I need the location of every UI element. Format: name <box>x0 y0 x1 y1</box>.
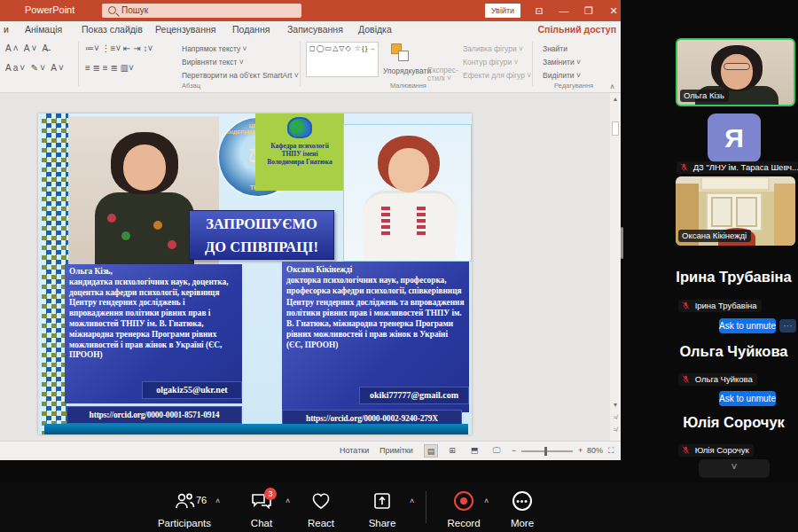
zoom-slider-thumb[interactable] <box>544 447 547 456</box>
restore-button[interactable]: ❐ <box>580 3 598 19</box>
video-tile-oksana-kikinezhdi[interactable]: Оксана Кікінежді <box>676 176 795 246</box>
previous-slide-icon[interactable]: ≉ <box>610 414 621 420</box>
invitation-banner: ЗАПРОШУЄМО ДО СПІВПРАЦІ! <box>189 210 334 260</box>
collapse-ribbon-icon[interactable]: ˄ <box>610 82 614 91</box>
blouse <box>364 191 456 262</box>
find-button[interactable]: Знайти <box>543 44 567 53</box>
align-text-button[interactable]: Вирівняти текст ˅ <box>182 58 244 66</box>
collapse-participants-button[interactable]: ˅ <box>699 459 770 478</box>
cabinet <box>706 192 763 231</box>
sign-in-button[interactable]: Увійти <box>485 4 520 18</box>
select-button[interactable]: Виділити ˅ <box>543 71 581 80</box>
paragraph-align-icons[interactable]: ≡ ≣ ≡ ≣ ▥˅ <box>85 63 134 73</box>
tab-animation[interactable]: Анімація <box>25 24 62 35</box>
avatar-tile-lnu[interactable]: Я <box>708 113 761 162</box>
room-ceiling <box>700 176 770 191</box>
ask-to-unmute-button[interactable]: Ask to unmute <box>719 318 776 333</box>
participant-big-name: Ірина Трубавіна <box>669 269 798 286</box>
zoom-toolbar: 76 ˄ Participants 3 ˄ Chat React ˄ Share… <box>0 482 798 532</box>
text-direction-button[interactable]: Напрямок тексту ˅ <box>182 44 247 53</box>
react-button[interactable]: React <box>290 486 352 530</box>
group-label-drawing: Малювання <box>390 82 426 90</box>
participant-more-button[interactable]: ··· <box>779 319 796 332</box>
ppt-status-bar: Нотатки Примітки ▤ ⊞ ⬒ 🖵 − + 80% ⛶ <box>0 441 621 460</box>
slideshow-icon[interactable]: 🖵 <box>489 444 504 458</box>
orcid-link-olga[interactable]: https://orcid.org/0000-0001-8571-0914 <box>66 406 242 424</box>
heart-icon <box>309 491 332 511</box>
blouse <box>95 192 194 276</box>
tab-slideshow[interactable]: Показ слайдів <box>82 24 143 35</box>
tab-help[interactable]: Довідка <box>358 24 392 35</box>
ribbon-divider <box>78 42 79 86</box>
share-label: Share <box>351 518 413 528</box>
comments-button[interactable]: Примітки <box>379 446 413 455</box>
face <box>721 54 753 90</box>
font-style-icons[interactable]: Aa˅ ✎˅ A˅ <box>5 63 66 73</box>
share-access-button[interactable]: Спільний доступ <box>537 24 616 35</box>
zoom-in-button[interactable]: + <box>578 446 583 455</box>
slide[interactable]: ЦЕНТР ҐЕНДЕРНИХ ДОСЛІДЖЕНЬ ⚖ ТНПУ Кафедр… <box>38 113 472 434</box>
font-size-icons[interactable]: A˄ A˅ A̶ <box>5 43 50 53</box>
tab-view[interactable]: Подання <box>232 24 270 35</box>
close-button[interactable]: ✕ <box>605 3 622 19</box>
embroidery-flower <box>107 214 116 223</box>
next-slide-icon[interactable]: ≉ <box>610 426 621 433</box>
more-label: More <box>491 518 553 528</box>
scroll-down-icon[interactable]: ▼ <box>610 402 621 408</box>
embroidery-stripe <box>417 207 426 237</box>
share-button[interactable]: ˄ Share <box>351 486 413 530</box>
video-tile-olga-kiz[interactable]: Ольга Кізь <box>676 38 795 106</box>
chat-badge: 3 <box>264 488 277 500</box>
more-button[interactable]: ••• More <box>491 486 553 530</box>
dept-logo-text: Кафедра психології ТНПУ імені Володимира… <box>255 142 344 166</box>
participant-name-label: ДЗ "ЛНУ ім. Тараса Шевч... <box>677 161 798 174</box>
smartart-button[interactable]: Перетворити на об'єкт SmartArt ˅ <box>182 71 299 80</box>
shape-effects-button[interactable]: Ефекти для фігур ˅ <box>463 71 531 80</box>
arrange-button[interactable]: Упорядкувати <box>383 66 431 75</box>
paragraph-list-icons[interactable]: ≔˅ ⋮≡˅ ⇤ ⇥ ↕˅ <box>85 43 153 53</box>
embroidery-flower <box>121 231 130 240</box>
slide-sorter-icon[interactable]: ⊞ <box>445 444 459 458</box>
shape-fill-button[interactable]: Заливка фігури ˅ <box>463 44 523 53</box>
face <box>123 145 166 191</box>
normal-view-icon[interactable]: ▤ <box>424 444 438 458</box>
minimize-button[interactable]: — <box>555 3 573 19</box>
tab-review[interactable]: Рецензування <box>155 24 215 35</box>
replace-button[interactable]: Замінити ˅ <box>543 58 581 66</box>
vertical-scrollbar[interactable]: ▲ ▼ ≉ ≉ <box>610 93 621 441</box>
zoom-level[interactable]: 80% <box>587 446 603 455</box>
shape-outline-button[interactable]: Контур фігури ˅ <box>463 58 519 66</box>
tab-partial[interactable]: и <box>4 24 9 35</box>
record-icon <box>454 491 473 511</box>
zoom-out-button[interactable]: − <box>512 446 516 455</box>
chat-button[interactable]: 3 ˄ Chat <box>231 486 293 530</box>
quick-styles-button[interactable]: Експрес-стилі ˅ <box>427 66 456 82</box>
sidebar-scrollbar[interactable] <box>621 227 623 259</box>
ask-to-unmute-button[interactable]: Ask to unmute <box>719 391 776 406</box>
chevron-up-icon[interactable]: ˄ <box>484 497 489 505</box>
chevron-up-icon[interactable]: ˄ <box>215 497 220 505</box>
mic-muted-icon <box>682 301 690 309</box>
fit-slide-icon[interactable]: ⛶ <box>608 446 614 456</box>
embroidery-stripe <box>381 207 390 237</box>
scroll-thumb[interactable] <box>612 121 619 136</box>
scroll-up-icon[interactable]: ▲ <box>610 96 621 102</box>
chevron-up-icon[interactable]: ˄ <box>410 497 414 505</box>
participant-name-label: Ольга Кізь <box>680 90 729 102</box>
tab-recording[interactable]: Записування <box>287 24 343 35</box>
record-button[interactable]: ˄ Record <box>433 486 495 530</box>
search-input[interactable]: Пошук <box>102 4 301 18</box>
ribbon-display-options-icon[interactable]: ⊡ <box>530 3 548 19</box>
participants-button[interactable]: 76 ˄ Participants <box>153 486 215 530</box>
participants-count: 76 <box>196 495 207 505</box>
ribbon-tab-bar: и Анімація Показ слайдів Рецензування По… <box>0 21 621 38</box>
group-label-editing: Редагування <box>554 82 593 90</box>
record-label: Record <box>433 518 495 528</box>
reading-view-icon[interactable]: ⬒ <box>467 444 481 458</box>
email-olga: olgakiz55@ukr.net <box>142 381 242 399</box>
shapes-gallery[interactable]: ◻◯▭△▽◇ ☆{}→⌒∿ <box>306 42 379 77</box>
mic-muted-icon <box>682 446 690 454</box>
zoom-slider[interactable] <box>521 450 573 452</box>
participant-big-name: Юлія Сорочук <box>669 414 798 431</box>
notes-button[interactable]: Нотатки <box>340 446 369 455</box>
